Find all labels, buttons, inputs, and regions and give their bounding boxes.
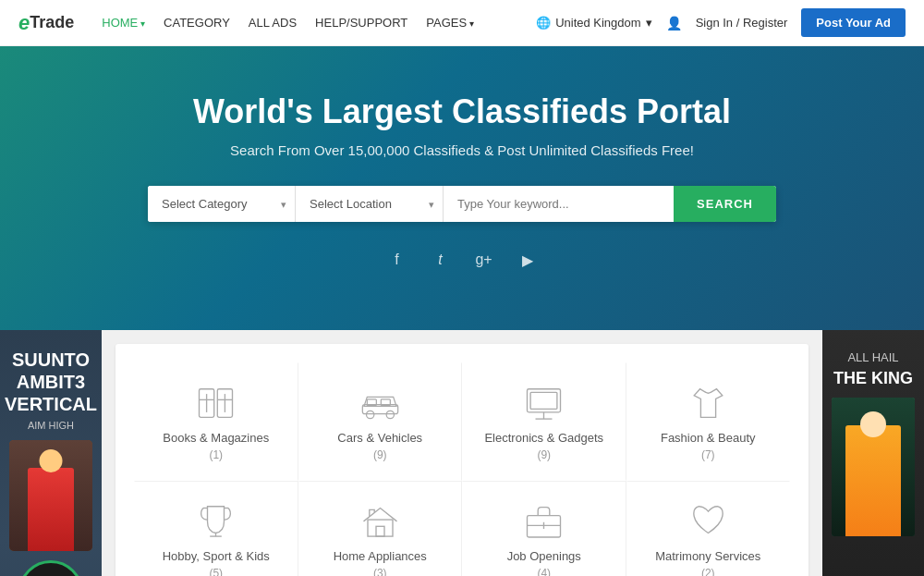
logo-trade: Trade — [30, 13, 74, 32]
category-item-briefcase[interactable]: Job Openings (4) — [462, 481, 626, 576]
category-item-home[interactable]: Home Appliances (3) — [298, 481, 463, 576]
nav-category[interactable]: CATEGORY — [164, 16, 230, 30]
category-name: Fashion & Beauty — [661, 431, 756, 447]
nav-all-ads[interactable]: ALL ADS — [249, 16, 297, 30]
nav-home[interactable]: HOME — [102, 16, 145, 30]
category-item-car[interactable]: Cars & Vehicles (9) — [298, 362, 463, 481]
left-advertisement: SUUNTO AMBIT3 VERTICAL AIM HIGH 220 — [0, 330, 102, 576]
category-name: Books & Magazines — [163, 431, 269, 447]
category-icon-book — [190, 382, 241, 423]
category-count: (2) — [701, 567, 715, 576]
category-count: (1) — [209, 448, 223, 461]
sign-in-link[interactable]: Sign In / Register — [696, 16, 788, 30]
social-links: f t g+ ▶ — [18, 245, 906, 275]
category-icon-heart — [683, 500, 734, 542]
hero-subtitle: Search From Over 15,00,000 Classifieds &… — [18, 142, 906, 158]
twitter-icon[interactable]: t — [426, 245, 456, 275]
hero-title: World's Largest Classifieds Portal — [18, 92, 906, 131]
category-name: Job Openings — [507, 549, 581, 565]
search-input[interactable] — [444, 186, 674, 222]
region-label: United Kingdom — [555, 16, 641, 30]
globe-icon: 🌐 — [536, 16, 551, 30]
search-button[interactable]: SEARCH — [674, 186, 776, 222]
user-icon: 👤 — [666, 16, 682, 31]
category-count: (3) — [373, 567, 387, 576]
category-select-wrapper: Select Category — [148, 186, 296, 222]
post-ad-button[interactable]: Post Your Ad — [801, 8, 906, 37]
category-icon-trophy — [190, 500, 241, 542]
category-icon-home — [355, 500, 406, 542]
svg-point-8 — [386, 411, 394, 418]
category-icon-shirt — [683, 382, 734, 423]
navbar: eTrade HOME CATEGORY ALL ADS HELP/SUPPOR… — [0, 0, 924, 46]
right-ad-image — [832, 398, 915, 536]
category-name: Electronics & Gadgets — [484, 431, 603, 447]
logo[interactable]: eTrade — [18, 11, 74, 35]
right-advertisement: ALL HAIL THE KING — [822, 330, 924, 576]
category-select[interactable]: Select Category — [148, 186, 296, 222]
svg-point-7 — [366, 411, 373, 418]
nav-pages[interactable]: PAGES — [426, 16, 474, 30]
category-icon-briefcase — [518, 500, 569, 542]
right-ad-title: ALL HAIL THE KING — [833, 344, 913, 388]
category-item-monitor[interactable]: Electronics & Gadgets (9) — [462, 362, 626, 481]
nav-right: 🌐 United Kingdom ▾ 👤 Sign In / Register … — [536, 8, 906, 37]
left-ad-title: SUUNTO AMBIT3 VERTICAL — [5, 349, 97, 415]
category-count: (7) — [701, 448, 715, 461]
main-content: SUUNTO AMBIT3 VERTICAL AIM HIGH 220 Book… — [0, 330, 924, 576]
category-item-book[interactable]: Books & Magazines (1) — [134, 362, 298, 481]
region-selector[interactable]: 🌐 United Kingdom ▾ — [536, 16, 652, 30]
categories-section: Books & Magazines (1) Cars & Vehicles (9… — [116, 344, 808, 576]
category-name: Home Appliances — [334, 549, 427, 565]
category-item-heart[interactable]: Matrimony Services (2) — [626, 481, 791, 576]
logo-e: e — [18, 11, 30, 35]
location-select-wrapper: Select Location — [296, 186, 444, 222]
category-count: (5) — [209, 567, 223, 576]
google-plus-icon[interactable]: g+ — [469, 245, 499, 275]
location-select[interactable]: Select Location — [296, 186, 444, 222]
category-name: Cars & Vehicles — [337, 431, 422, 447]
category-item-shirt[interactable]: Fashion & Beauty (7) — [626, 362, 791, 481]
category-name: Matrimony Services — [655, 549, 760, 565]
chevron-down-icon: ▾ — [646, 16, 652, 30]
left-ad-watch: 220 — [18, 560, 83, 576]
category-count: (9) — [373, 448, 387, 461]
svg-rect-20 — [376, 527, 384, 537]
search-bar: Select Category Select Location SEARCH — [148, 186, 776, 222]
category-icon-car — [355, 382, 406, 423]
youtube-icon[interactable]: ▶ — [513, 245, 542, 275]
left-ad-subtitle: AIM HIGH — [28, 420, 74, 431]
category-icon-monitor — [518, 382, 569, 423]
svg-rect-19 — [368, 520, 393, 536]
nav-help[interactable]: HELP/SUPPORT — [315, 16, 407, 30]
category-count: (4) — [537, 567, 551, 576]
category-count: (9) — [537, 448, 551, 461]
category-name: Hobby, Sport & Kids — [163, 549, 270, 565]
left-ad-image — [9, 440, 92, 551]
nav-links: HOME CATEGORY ALL ADS HELP/SUPPORT PAGES — [102, 16, 536, 30]
facebook-icon[interactable]: f — [383, 245, 412, 275]
hero-section: World's Largest Classifieds Portal Searc… — [0, 46, 924, 330]
categories-grid: Books & Magazines (1) Cars & Vehicles (9… — [134, 362, 790, 576]
svg-rect-14 — [530, 392, 557, 409]
category-item-trophy[interactable]: Hobby, Sport & Kids (5) — [134, 481, 298, 576]
